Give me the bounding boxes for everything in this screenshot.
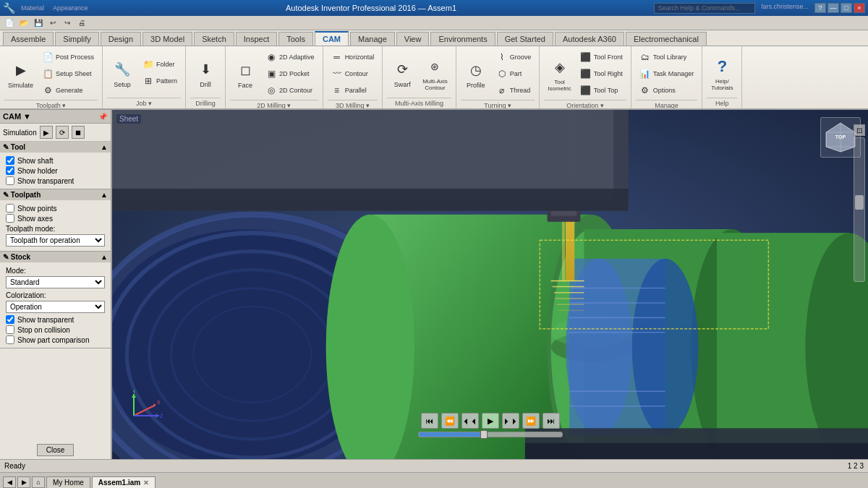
appearance-selector[interactable]: Appearance	[53, 4, 88, 12]
qa-open[interactable]: 📂	[17, 17, 30, 30]
panel-pin-button[interactable]: 📌	[98, 111, 108, 121]
tab-nav-left[interactable]: ◀	[3, 476, 16, 488]
left-panel: CAM ▼ 📌 Simulation ▶ ⟳ ⏹ ✎ Tool ▲ Show s…	[0, 110, 112, 459]
help-tutorials-button[interactable]: ? Help/Tutorials	[707, 53, 737, 93]
tab-electromechanical[interactable]: Electromechanical	[626, 32, 707, 46]
forward-end-button[interactable]: ⏭	[542, 413, 560, 429]
step-forward-button[interactable]: ⏵⏵	[502, 413, 519, 429]
colorization-select[interactable]: Operation Material Uniform	[6, 301, 105, 313]
folder-button[interactable]: 📁 Folder	[139, 56, 181, 72]
sim-btn-1[interactable]: ▶	[40, 126, 53, 139]
tab-getstarted[interactable]: Get Started	[497, 32, 553, 46]
tab-environments[interactable]: Environments	[430, 32, 495, 46]
thread-button[interactable]: ⌀ Thread	[493, 82, 535, 98]
swarf-button[interactable]: ⟳ Swarf	[387, 56, 417, 90]
tab-cam[interactable]: CAM	[315, 31, 349, 46]
stock-mode-select[interactable]: Standard Rest Material None	[6, 276, 105, 288]
tab-assem1-close[interactable]: ✕	[143, 479, 149, 487]
tab-nav-right[interactable]: ▶	[17, 476, 30, 488]
fast-forward-button[interactable]: ⏩	[522, 413, 540, 429]
show-transparent-stock-checkbox[interactable]	[6, 315, 14, 324]
horizontal-button[interactable]: ═ Horizontal	[328, 49, 378, 65]
2d-adaptive-button[interactable]: ◉ 2D Adaptive	[262, 49, 318, 65]
rewind-button[interactable]: ⏪	[441, 413, 459, 429]
viewport[interactable]: Sheet TOP ⊡	[112, 110, 868, 459]
tool-isometric-button[interactable]: ◈ ToolIsometric	[544, 53, 574, 94]
material-selector[interactable]: Material	[21, 4, 44, 12]
stock-section-header[interactable]: ✎ Stock ▲	[0, 252, 111, 262]
drill-button[interactable]: ⬇ Drill	[190, 56, 221, 90]
show-part-comparison-checkbox[interactable]	[6, 335, 14, 344]
contour-button[interactable]: 〰 Contour	[328, 66, 378, 82]
face-button[interactable]: ◻ Face	[230, 56, 260, 91]
profile-button[interactable]: ◷ Profile	[461, 56, 491, 91]
tab-sketch[interactable]: Sketch	[194, 32, 234, 46]
tab-assem1[interactable]: Assem1.iam ✕	[92, 476, 156, 488]
zoom-scroll[interactable]	[854, 137, 865, 282]
options-button[interactable]: ⚙ Options	[636, 82, 698, 98]
post-process-button[interactable]: 📄 Post Process	[38, 49, 98, 65]
tab-tools[interactable]: Tools	[278, 32, 313, 46]
tool-library-button[interactable]: 🗂 Tool Library	[636, 49, 698, 65]
tool-top-button[interactable]: ⬛ Tool Top	[576, 82, 626, 98]
part-button[interactable]: ⬡ Part	[493, 66, 535, 82]
qa-undo[interactable]: ↩	[46, 17, 59, 30]
generate-button[interactable]: ⚙ Generate	[38, 82, 98, 98]
qa-redo[interactable]: ↪	[61, 17, 74, 30]
parallel-button[interactable]: ≡ Parallel	[328, 82, 378, 98]
2d-pocket-button[interactable]: ▣ 2D Pocket	[262, 66, 318, 82]
play-button[interactable]: ▶	[482, 413, 499, 429]
progress-bar[interactable]	[418, 432, 563, 437]
show-points-checkbox[interactable]	[6, 204, 14, 213]
minimize-button[interactable]: —	[827, 3, 839, 13]
tab-design[interactable]: Design	[101, 32, 141, 46]
qa-print[interactable]: 🖨	[75, 17, 88, 30]
setup-button[interactable]: 🔧 Setup	[107, 56, 137, 90]
search-input[interactable]	[654, 3, 755, 14]
close-panel-button[interactable]: Close	[37, 444, 75, 456]
groove-button[interactable]: ⌇ Groove	[493, 49, 535, 65]
maximize-button[interactable]: □	[841, 3, 852, 13]
task-manager-button[interactable]: 📊 Task Manager	[636, 66, 698, 82]
tab-my-home[interactable]: My Home	[46, 476, 90, 488]
tab-manage[interactable]: Manage	[350, 32, 395, 46]
close-button[interactable]: ×	[854, 3, 865, 13]
show-transparent-tool-checkbox[interactable]	[6, 176, 14, 185]
tab-assemble[interactable]: Assemble	[3, 32, 54, 46]
show-holder-checkbox[interactable]	[6, 166, 14, 175]
tool-section-header[interactable]: ✎ Tool ▲	[0, 142, 111, 153]
tab-inspect[interactable]: Inspect	[236, 32, 277, 46]
qa-new[interactable]: 📄	[3, 17, 16, 30]
toolpath-section-header[interactable]: ✎ Toolpath ▲	[0, 189, 111, 200]
rewind-start-button[interactable]: ⏮	[421, 413, 438, 429]
3dmilling-col: ═ Horizontal 〰 Contour ≡ Parallel	[328, 49, 378, 98]
step-back-button[interactable]: ⏴⏴	[461, 413, 479, 429]
multi-axis-contour-button[interactable]: ⊛ Multi-AxisContour	[419, 53, 451, 93]
tab-view[interactable]: View	[396, 32, 430, 46]
progress-thumb[interactable]	[480, 430, 488, 439]
toolpath-mode-select[interactable]: Toolpath for operation All toolpaths Non…	[6, 234, 105, 247]
2d-contour-button[interactable]: ◎ 2D Contour	[262, 82, 318, 98]
parallel-label: Parallel	[345, 87, 367, 94]
tool-front-button[interactable]: ⬛ Tool Front	[576, 49, 626, 65]
stop-on-collision-label: Stop on collision	[17, 326, 70, 334]
stop-on-collision-row: Stop on collision	[6, 325, 105, 335]
sim-btn-2[interactable]: ⟳	[56, 126, 69, 139]
tab-a360[interactable]: Autodesk A360	[555, 32, 624, 46]
ribbon-group-toolpath-content: ▶ Simulate 📄 Post Process 📋 Setup Sheet …	[4, 49, 98, 98]
tab-simplify[interactable]: Simplify	[55, 32, 99, 46]
sim-btn-3[interactable]: ⏹	[72, 126, 85, 139]
tab-nav-home[interactable]: ⌂	[32, 476, 45, 488]
show-axes-label: Show axes	[17, 215, 53, 223]
show-shaft-checkbox[interactable]	[6, 156, 14, 165]
show-axes-checkbox[interactable]	[6, 214, 14, 223]
pattern-button[interactable]: ⊞ Pattern	[139, 73, 181, 89]
setup-sheet-button[interactable]: 📋 Setup Sheet	[38, 66, 98, 82]
help-button[interactable]: ?	[814, 3, 826, 13]
simulate-button[interactable]: ▶ Simulate	[4, 56, 37, 91]
qa-save[interactable]: 💾	[32, 17, 45, 30]
tab-3dmodel[interactable]: 3D Model	[142, 32, 192, 46]
zoom-fit-button[interactable]: ⊡	[854, 124, 865, 136]
stop-on-collision-checkbox[interactable]	[6, 325, 14, 334]
tool-right-button[interactable]: ⬛ Tool Right	[576, 66, 626, 82]
